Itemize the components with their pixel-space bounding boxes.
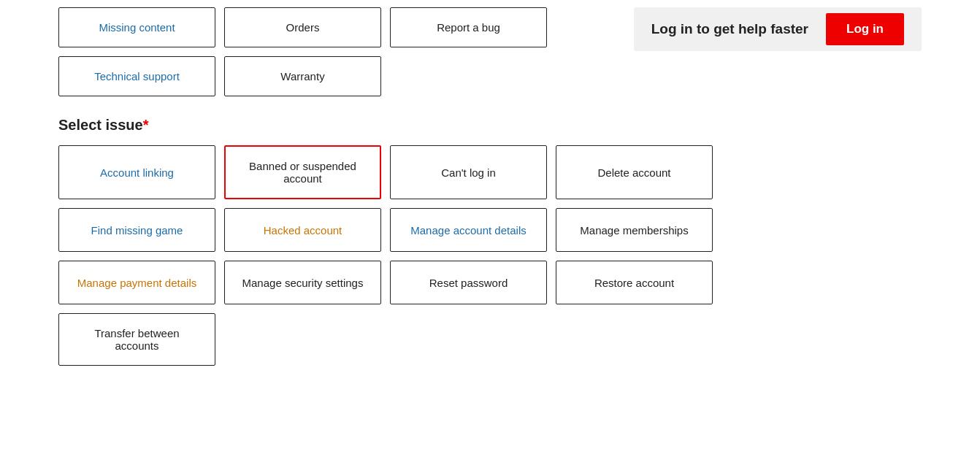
login-banner-text: Log in to get help faster	[651, 21, 808, 37]
manage-security-settings-btn[interactable]: Manage security settings	[224, 261, 381, 304]
manage-payment-details-btn[interactable]: Manage payment details	[58, 261, 215, 304]
section-label: Select issue*	[58, 117, 922, 134]
manage-memberships-btn[interactable]: Manage memberships	[556, 208, 713, 252]
manage-account-details-btn[interactable]: Manage account details	[390, 208, 547, 252]
asterisk: *	[143, 117, 149, 133]
delete-account-btn[interactable]: Delete account	[556, 145, 713, 199]
login-button[interactable]: Log in	[826, 13, 904, 45]
top-section: Missing content Orders Report a bug Tech…	[0, 0, 980, 96]
section-label-text: Select issue	[58, 117, 143, 133]
login-banner: Log in to get help faster Log in	[634, 7, 922, 51]
report-bug-btn[interactable]: Report a bug	[390, 7, 547, 47]
issues-grid: Account linking Banned or suspended acco…	[0, 145, 980, 366]
cant-log-in-btn[interactable]: Can't log in	[390, 145, 547, 199]
issues-row-4: Transfer between accounts	[58, 313, 922, 366]
issues-row-1: Account linking Banned or suspended acco…	[58, 145, 922, 199]
banned-suspended-btn[interactable]: Banned or suspended account	[224, 145, 381, 199]
issues-row-3: Manage payment details Manage security s…	[58, 261, 922, 304]
missing-content-btn[interactable]: Missing content	[58, 7, 215, 47]
top-row-2: Technical support Warranty	[58, 56, 605, 96]
issues-row-2: Find missing game Hacked account Manage …	[58, 208, 922, 252]
find-missing-game-btn[interactable]: Find missing game	[58, 208, 215, 252]
top-row-1: Missing content Orders Report a bug	[58, 7, 605, 47]
technical-support-btn[interactable]: Technical support	[58, 56, 215, 96]
warranty-btn[interactable]: Warranty	[224, 56, 381, 96]
account-linking-btn[interactable]: Account linking	[58, 145, 215, 199]
restore-account-btn[interactable]: Restore account	[556, 261, 713, 304]
transfer-between-accounts-btn[interactable]: Transfer between accounts	[58, 313, 215, 366]
hacked-account-btn[interactable]: Hacked account	[224, 208, 381, 252]
orders-btn[interactable]: Orders	[224, 7, 381, 47]
top-buttons-area: Missing content Orders Report a bug Tech…	[58, 7, 605, 96]
reset-password-btn[interactable]: Reset password	[390, 261, 547, 304]
